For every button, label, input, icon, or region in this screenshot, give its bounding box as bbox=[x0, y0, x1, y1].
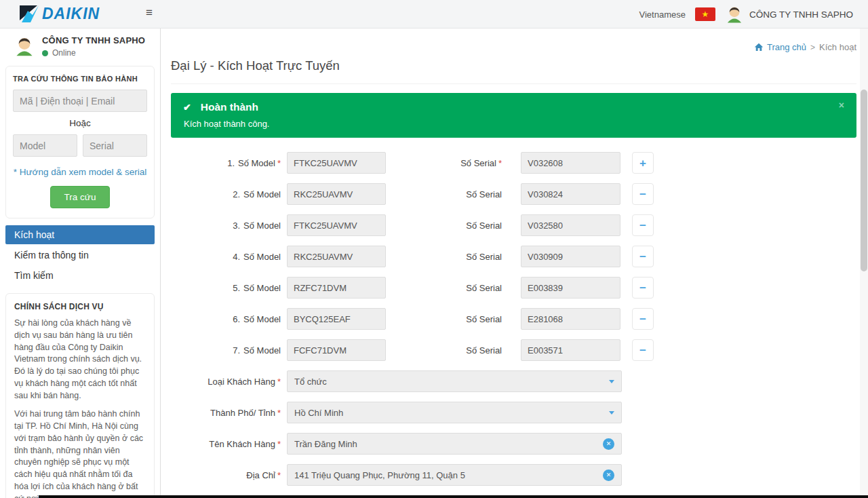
sidebar-menu: Kích hoạtKiểm tra thông tinTìm kiếm bbox=[5, 225, 155, 285]
customer-field-row: Địa Chỉ*141 Triệu Quang Phục, Phường 11,… bbox=[171, 464, 856, 486]
model-input[interactable] bbox=[287, 152, 386, 174]
model-label: 2.Số Model bbox=[171, 189, 287, 199]
model-label: 6.Số Model bbox=[171, 314, 287, 324]
serial-label: Số Serial* bbox=[386, 158, 521, 168]
serial-input[interactable] bbox=[521, 246, 620, 267]
breadcrumb-home-link[interactable]: Trang chủ bbox=[754, 42, 806, 52]
remove-row-button[interactable]: − bbox=[632, 339, 654, 361]
breadcrumb: Trang chủ > Kích hoạt bbox=[171, 42, 856, 52]
lookup-submit-button[interactable]: Tra cứu bbox=[50, 186, 111, 208]
online-status-label: Online bbox=[52, 48, 76, 58]
sidebar: CÔNG TY TNHH SAPHO Online TRA CỨU THÔNG … bbox=[0, 28, 161, 498]
serial-input[interactable] bbox=[521, 214, 620, 236]
add-row-button[interactable]: + bbox=[632, 152, 654, 174]
customer-field-row: Loại Khách Hàng*Tổ chức bbox=[171, 370, 856, 392]
product-row: 4.Số ModelSố Serial− bbox=[171, 246, 856, 267]
lookup-serial-input[interactable] bbox=[83, 134, 147, 157]
brand-text: DAIKIN bbox=[42, 5, 100, 23]
policy-paragraph: Với hai trung tâm bảo hành chính tại TP.… bbox=[14, 408, 146, 498]
sidebar-user-name: CÔNG TY TNHH SAPHO bbox=[42, 35, 145, 45]
service-policy-panel: CHÍNH SÁCH DỊCH VỤ Sự hài lòng của khách… bbox=[5, 293, 155, 498]
sidebar-menu-item[interactable]: Kiểm tra thông tin bbox=[5, 246, 155, 265]
field-select[interactable]: Hồ Chí Minh bbox=[287, 402, 622, 423]
remove-row-button[interactable]: − bbox=[632, 214, 654, 236]
model-input[interactable] bbox=[287, 183, 386, 205]
avatar bbox=[14, 35, 35, 57]
product-row: 1.Số Model*Số Serial*+ bbox=[171, 152, 856, 174]
check-icon: ✔ bbox=[183, 102, 191, 113]
model-input[interactable] bbox=[287, 277, 386, 299]
lookup-model-input[interactable] bbox=[13, 134, 77, 157]
model-label: 3.Số Model bbox=[171, 221, 287, 231]
field-value: Tổ chức bbox=[294, 377, 604, 387]
remove-row-button[interactable]: − bbox=[632, 183, 654, 205]
field-value: 141 Triệu Quang Phục, Phường 11, Quận 5 bbox=[294, 470, 597, 480]
product-row: 2.Số ModelSố Serial− bbox=[171, 183, 856, 205]
field-label: Tên Khách Hàng* bbox=[171, 439, 287, 449]
breadcrumb-current: Kích hoạt bbox=[819, 42, 856, 52]
policy-title: CHÍNH SÁCH DỊCH VỤ bbox=[14, 302, 146, 311]
field-value: Hồ Chí Minh bbox=[294, 408, 604, 418]
model-input[interactable] bbox=[287, 308, 386, 330]
model-input[interactable] bbox=[287, 246, 386, 267]
language-label[interactable]: Vietnamese bbox=[639, 9, 686, 20]
sidebar-user-panel: CÔNG TY TNHH SAPHO Online bbox=[0, 28, 160, 62]
field-label: Địa Chỉ* bbox=[171, 470, 287, 480]
clear-field-icon[interactable]: ✕ bbox=[603, 438, 614, 450]
model-label: 5.Số Model bbox=[171, 283, 287, 293]
chevron-down-icon bbox=[609, 380, 614, 383]
serial-label: Số Serial bbox=[386, 345, 521, 356]
field-value: Trần Đăng Minh bbox=[294, 439, 597, 449]
model-input[interactable] bbox=[287, 339, 386, 361]
field-input[interactable]: 141 Triệu Quang Phục, Phường 11, Quận 5✕ bbox=[287, 464, 622, 486]
remove-row-button[interactable]: − bbox=[632, 246, 654, 267]
serial-input[interactable] bbox=[521, 183, 620, 205]
activation-form: 1.Số Model*Số Serial*+2.Số ModelSố Seria… bbox=[171, 152, 856, 498]
serial-input[interactable] bbox=[521, 277, 620, 299]
model-serial-guide-link[interactable]: * Hướng dẫn xem model & serial bbox=[13, 167, 147, 177]
model-label: 7.Số Model bbox=[171, 345, 287, 356]
or-label: Hoặc bbox=[13, 118, 147, 128]
alert-close-icon[interactable]: × bbox=[839, 100, 844, 111]
lookup-panel-title: TRA CỨU THÔNG TIN BẢO HÀNH bbox=[13, 75, 147, 83]
top-navbar: DAIKIN ≡ Vietnamese ★ CÔNG TY TNHH SAPHO bbox=[0, 0, 868, 28]
alert-message: Kích hoạt thành công. bbox=[184, 119, 844, 129]
avatar bbox=[725, 5, 744, 24]
remove-row-button[interactable]: − bbox=[632, 308, 654, 330]
field-label: Loại Khách Hàng* bbox=[171, 377, 287, 387]
field-label: Thành Phố/ Tỉnh* bbox=[171, 408, 287, 418]
serial-input[interactable] bbox=[521, 308, 620, 330]
alert-title: Hoàn thành bbox=[201, 101, 258, 113]
lookup-code-input[interactable] bbox=[13, 90, 147, 112]
page-scrollbar[interactable] bbox=[860, 28, 868, 498]
top-user-name: CÔNG TY TNHH SAPHO bbox=[749, 9, 853, 20]
customer-field-row: Thành Phố/ Tỉnh*Hồ Chí Minh bbox=[171, 402, 856, 423]
daikin-logo[interactable]: DAIKIN bbox=[19, 5, 100, 23]
serial-label: Số Serial bbox=[386, 221, 521, 231]
serial-input[interactable] bbox=[521, 152, 620, 174]
model-label: 4.Số Model bbox=[171, 252, 287, 262]
serial-label: Số Serial bbox=[386, 252, 521, 262]
model-input[interactable] bbox=[287, 214, 386, 236]
scrollbar-thumb[interactable] bbox=[861, 90, 867, 271]
sidebar-menu-item[interactable]: Kích hoạt bbox=[5, 225, 155, 244]
success-alert: ✔ Hoàn thành Kích hoạt thành công. × bbox=[171, 93, 856, 138]
field-select[interactable]: Tổ chức bbox=[287, 370, 622, 392]
vietnam-flag-icon[interactable]: ★ bbox=[695, 7, 715, 21]
hamburger-menu-icon[interactable]: ≡ bbox=[146, 6, 153, 20]
clear-field-icon[interactable]: ✕ bbox=[603, 470, 614, 481]
main-content: Trang chủ > Kích hoạt Đại Lý - Kích Hoạt… bbox=[161, 28, 868, 498]
home-icon bbox=[754, 43, 764, 52]
product-row: 6.Số ModelSố Serial− bbox=[171, 308, 856, 330]
warranty-lookup-panel: TRA CỨU THÔNG TIN BẢO HÀNH Hoặc * Hướng … bbox=[5, 66, 155, 218]
serial-input[interactable] bbox=[521, 339, 620, 361]
serial-label: Số Serial bbox=[386, 189, 521, 199]
page-title: Đại Lý - Kích Hoạt Trực Tuyến bbox=[171, 58, 856, 84]
remove-row-button[interactable]: − bbox=[632, 277, 654, 299]
product-row: 3.Số ModelSố Serial− bbox=[171, 214, 856, 236]
chevron-down-icon bbox=[609, 411, 614, 415]
user-menu[interactable]: CÔNG TY TNHH SAPHO bbox=[725, 5, 853, 24]
sidebar-menu-item[interactable]: Tìm kiếm bbox=[5, 266, 155, 285]
product-row: 7.Số ModelSố Serial− bbox=[171, 339, 856, 361]
field-input[interactable]: Trần Đăng Minh✕ bbox=[287, 433, 622, 455]
